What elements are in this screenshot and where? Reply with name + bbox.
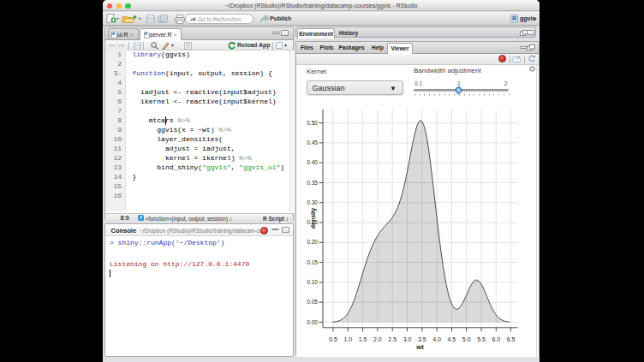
svg-text:0.20: 0.20 bbox=[307, 239, 318, 245]
svg-text:6.0: 6.0 bbox=[492, 336, 500, 342]
svg-text:0.35: 0.35 bbox=[307, 180, 318, 186]
svg-text:5.0: 5.0 bbox=[462, 336, 471, 342]
svg-text:6.5: 6.5 bbox=[507, 336, 516, 342]
svg-text:0.45: 0.45 bbox=[307, 139, 318, 145]
svg-text:R: R bbox=[512, 15, 517, 22]
svg-text:0.5: 0.5 bbox=[329, 336, 337, 342]
svg-text:0.50: 0.50 bbox=[307, 120, 318, 126]
svg-text:4.0: 4.0 bbox=[432, 336, 441, 342]
svg-text:4.5: 4.5 bbox=[448, 336, 456, 342]
svg-text:0.40: 0.40 bbox=[307, 159, 318, 165]
svg-text:2.0: 2.0 bbox=[373, 336, 382, 342]
svg-text:3.5: 3.5 bbox=[418, 336, 426, 342]
svg-text:5.5: 5.5 bbox=[477, 336, 486, 342]
svg-text:3.0: 3.0 bbox=[403, 336, 412, 342]
svg-text:density: density bbox=[310, 208, 317, 229]
svg-text:1.5: 1.5 bbox=[359, 336, 367, 342]
svg-text:wt: wt bbox=[415, 343, 424, 351]
svg-text:0.00: 0.00 bbox=[307, 319, 318, 325]
svg-text:1.0: 1.0 bbox=[343, 336, 352, 342]
svg-text:0.15: 0.15 bbox=[307, 259, 318, 265]
svg-text:0.10: 0.10 bbox=[307, 279, 318, 285]
svg-text:2.5: 2.5 bbox=[388, 336, 397, 342]
svg-text:0.05: 0.05 bbox=[307, 299, 318, 305]
svg-text:0.30: 0.30 bbox=[307, 199, 318, 205]
